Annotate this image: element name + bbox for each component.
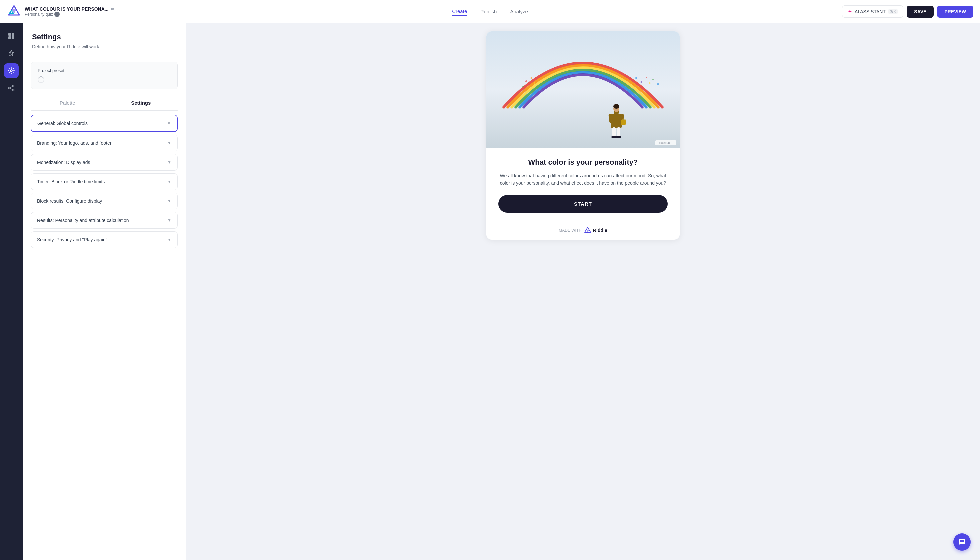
accordion-general: General: Global controls ▼	[31, 115, 178, 132]
svg-point-13	[525, 80, 527, 82]
accordion-monetization-label: Monetization: Display ads	[37, 160, 90, 165]
svg-rect-5	[8, 36, 11, 39]
preview-hero-image: pexels.com	[486, 31, 680, 148]
accordion-branding-label: Branding: Your logo, ads, and footer	[37, 140, 111, 146]
accordion-block-results-header[interactable]: Block results: Configure display ▼	[31, 193, 177, 209]
accordion-results-chevron: ▼	[167, 218, 171, 223]
logo-area: WHAT COLOUR IS YOUR PERSONA... ✏ Persona…	[7, 4, 115, 19]
riddle-logo: Riddle	[584, 226, 607, 234]
accordion-block-results: Block results: Configure display ▼	[31, 193, 178, 209]
main-layout: Settings Define how your Riddle will wor…	[0, 23, 980, 560]
ai-shortcut-badge: ⌘K	[888, 9, 898, 14]
accordion-results-header[interactable]: Results: Personality and attribute calcu…	[31, 212, 177, 228]
accordion-security-chevron: ▼	[167, 237, 171, 242]
svg-rect-3	[8, 33, 11, 36]
svg-point-29	[613, 104, 619, 109]
tab-settings[interactable]: Settings	[104, 96, 178, 110]
ai-sparkle-icon: ✦	[848, 8, 852, 15]
svg-point-15	[534, 82, 535, 84]
svg-point-23	[657, 83, 659, 85]
settings-header: Settings Define how your Riddle will wor…	[23, 23, 186, 55]
quiz-description: We all know that having different colors…	[498, 172, 668, 187]
svg-point-8	[13, 85, 14, 87]
accordion-monetization-chevron: ▼	[167, 160, 171, 165]
nav-title: WHAT COLOUR IS YOUR PERSONA... ✏	[25, 6, 115, 12]
svg-point-32	[611, 136, 617, 138]
svg-marker-36	[586, 230, 589, 232]
chat-support-button[interactable]	[953, 533, 971, 551]
svg-point-7	[10, 70, 12, 72]
accordion-timer-label: Timer: Block or Riddle time limits	[37, 179, 105, 184]
tab-palette[interactable]: Palette	[31, 96, 104, 110]
preview-content: What color is your personality? We all k…	[486, 148, 680, 221]
settings-nav-button[interactable]	[4, 63, 19, 78]
accordion-security-header[interactable]: Security: Privacy and "Play again" ▼	[31, 232, 177, 248]
pin-nav-button[interactable]	[4, 46, 19, 61]
accordion-general-header[interactable]: General: Global controls ▼	[31, 115, 177, 131]
accordion-block-results-label: Block results: Configure display	[37, 198, 102, 204]
save-button[interactable]: SAVE	[907, 6, 934, 18]
preview-area: pexels.com What color is your personalit…	[186, 23, 980, 560]
svg-rect-4	[12, 33, 14, 36]
settings-panel: Settings Define how your Riddle will wor…	[23, 23, 186, 560]
top-nav: WHAT COLOUR IS YOUR PERSONA... ✏ Persona…	[0, 0, 980, 23]
accordion-list: General: Global controls ▼ Branding: You…	[23, 111, 186, 255]
svg-line-11	[10, 86, 13, 88]
nav-link-analyze[interactable]: Analyze	[510, 7, 528, 16]
settings-title: Settings	[32, 33, 176, 41]
svg-point-33	[616, 136, 621, 138]
icon-sidebar	[0, 23, 23, 560]
svg-rect-30	[612, 127, 616, 137]
accordion-results-label: Results: Personality and attribute calcu…	[37, 218, 129, 223]
project-preset-box: Project preset	[31, 62, 178, 89]
accordion-security: Security: Privacy and "Play again" ▼	[31, 231, 178, 248]
svg-point-16	[522, 86, 524, 87]
nav-link-publish[interactable]: Publish	[480, 7, 497, 16]
svg-point-17	[635, 77, 637, 79]
edit-title-icon[interactable]: ✏	[111, 6, 115, 12]
rainbow-arc-svg	[493, 45, 673, 111]
made-with-bar: MADE WITH Riddle	[486, 221, 680, 240]
share-nav-button[interactable]	[4, 81, 19, 95]
accordion-timer-header[interactable]: Timer: Block or Riddle time limits ▼	[31, 174, 177, 190]
svg-point-22	[652, 79, 654, 80]
accordion-security-label: Security: Privacy and "Play again"	[37, 237, 107, 242]
settings-tabs: Palette Settings	[31, 96, 178, 111]
riddle-brand-name: Riddle	[593, 228, 607, 233]
nav-subtitle: Personality quiz i	[25, 12, 115, 17]
grid-nav-button[interactable]	[4, 29, 19, 43]
ai-assistant-button[interactable]: ✦ AI ASSISTANT ⌘K	[842, 5, 903, 18]
chat-bubble-icon	[958, 538, 966, 546]
accordion-timer-chevron: ▼	[167, 179, 171, 184]
quiz-title: What color is your personality?	[498, 158, 668, 167]
accordion-general-chevron: ▼	[167, 121, 171, 126]
riddle-logo-icon	[584, 226, 592, 234]
accordion-block-results-chevron: ▼	[167, 199, 171, 203]
info-icon[interactable]: i	[54, 12, 60, 17]
accordion-monetization-header[interactable]: Monetization: Display ads ▼	[31, 154, 177, 170]
nav-center-links: Create Publish Analyze	[452, 7, 528, 16]
accordion-monetization: Monetization: Display ads ▼	[31, 154, 178, 171]
svg-point-20	[632, 84, 634, 85]
svg-rect-31	[617, 127, 620, 137]
preview-card: pexels.com What color is your personalit…	[486, 31, 680, 240]
nav-title-area: WHAT COLOUR IS YOUR PERSONA... ✏ Persona…	[25, 6, 115, 17]
start-button[interactable]: START	[498, 195, 668, 213]
svg-rect-6	[12, 36, 14, 39]
preset-label: Project preset	[38, 68, 171, 73]
svg-point-21	[649, 82, 651, 84]
accordion-branding-chevron: ▼	[167, 141, 171, 145]
accordion-branding-header[interactable]: Branding: Your logo, ads, and footer ▼	[31, 135, 177, 151]
accordion-timer: Timer: Block or Riddle time limits ▼	[31, 173, 178, 190]
nav-link-create[interactable]: Create	[452, 7, 467, 16]
settings-subtitle: Define how your Riddle will work	[32, 44, 176, 49]
accordion-general-label: General: Global controls	[37, 121, 88, 126]
person-figure-svg	[606, 101, 626, 138]
svg-point-10	[13, 89, 14, 91]
svg-rect-34	[621, 120, 626, 125]
preview-button[interactable]: PREVIEW	[937, 6, 973, 18]
made-with-label: MADE WITH	[559, 228, 582, 233]
nav-right-actions: ✦ AI ASSISTANT ⌘K SAVE PREVIEW	[842, 5, 973, 18]
accordion-branding: Branding: Your logo, ads, and footer ▼	[31, 135, 178, 151]
app-logo[interactable]	[7, 4, 21, 19]
